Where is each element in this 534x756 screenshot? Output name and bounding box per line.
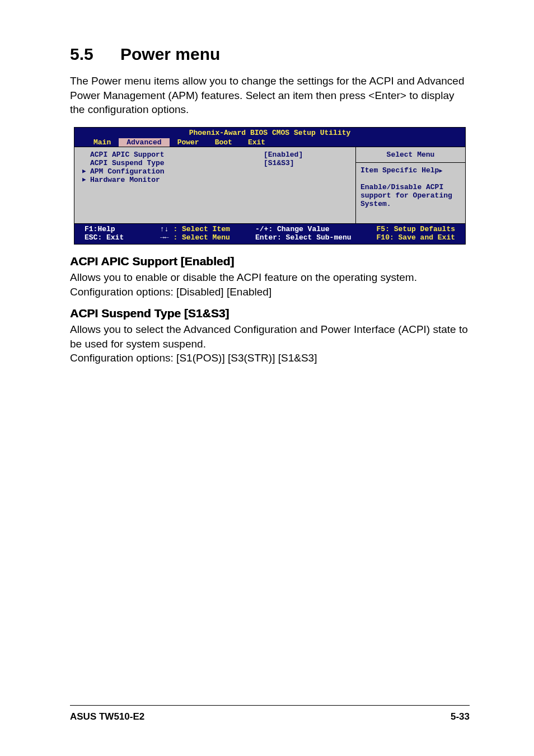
subheading-acpi-suspend: ACPI Suspend Type [S1&S3] [70, 307, 470, 320]
footer-product: ASUS TW510-E2 [70, 711, 144, 722]
tab-exit[interactable]: Exit [240, 138, 273, 147]
footer-page-number: 5-33 [451, 711, 470, 722]
subheading-acpi-apic: ACPI APIC Support [Enabled] [70, 255, 470, 268]
footer-f10: F10: Save and Exit [357, 233, 455, 242]
footer-f5: F5: Setup Defaults [357, 225, 455, 233]
footer-select-item: : Select Item [169, 225, 230, 233]
body-acpi-apic: Allows you to enable or disable the ACPI… [70, 270, 470, 299]
bios-item[interactable]: ACPI Suspend Type [S1&S3] [82, 159, 348, 167]
tab-main[interactable]: Main [86, 138, 119, 147]
tab-boot[interactable]: Boot [207, 138, 240, 147]
section-title: 5.5Power menu [70, 45, 470, 64]
bios-screenshot: Phoenix-Award BIOS CMOS Setup Utility Ma… [74, 127, 466, 245]
footer-select-menu: : Select Menu [169, 233, 230, 242]
bios-item-label: Hardware Monitor [90, 176, 264, 184]
submenu-icon [82, 151, 90, 159]
bios-item-label: ACPI APIC Support [90, 151, 264, 159]
bios-menu-list: ACPI APIC Support [Enabled] ACPI Suspend… [74, 147, 356, 223]
bios-help-pane: Select Menu Item Specific Help▶ Enable/D… [356, 147, 465, 223]
bios-item-label: ACPI Suspend Type [90, 159, 264, 167]
bios-title: Phoenix-Award BIOS CMOS Setup Utility [74, 128, 465, 138]
bios-tab-bar: Main Advanced Power Boot Exit [74, 138, 465, 147]
section-number: 5.5 [70, 45, 120, 64]
bios-help-header: Select Menu [356, 147, 465, 163]
bios-item[interactable]: ▶ APM Configuration [82, 167, 348, 176]
bios-help-body: Enable/Disable ACPI support for Operatin… [360, 183, 461, 208]
footer-change-value: -/+: Change Value [255, 225, 357, 233]
tab-power[interactable]: Power [170, 138, 207, 147]
bios-item-value: [S1&S3] [264, 159, 348, 167]
bios-footer: F1:Help ESC: Exit ↑↓ : Select Item →← : … [74, 224, 465, 244]
bios-item-label: APM Configuration [90, 167, 264, 176]
bios-item-value [264, 176, 348, 184]
submenu-icon: ▶ [82, 167, 90, 176]
bios-item[interactable]: ACPI APIC Support [Enabled] [82, 151, 348, 159]
bios-item-value: [Enabled] [264, 151, 348, 159]
submenu-icon: ▶ [82, 176, 90, 184]
bios-item-value [264, 167, 348, 176]
section-name: Power menu [120, 45, 220, 63]
footer-f1: F1:Help [85, 225, 160, 233]
body-acpi-suspend: Allows you to select the Advanced Config… [70, 322, 470, 365]
page-footer: ASUS TW510-E2 5-33 [0, 705, 534, 722]
pointer-icon: ▶ [439, 168, 442, 174]
bios-help-line: Item Specific Help▶ [360, 166, 461, 175]
footer-esc: ESC: Exit [85, 233, 160, 242]
tab-advanced[interactable]: Advanced [119, 138, 169, 147]
bios-item[interactable]: ▶ Hardware Monitor [82, 176, 348, 184]
leftright-icon: →← [160, 233, 169, 242]
updown-icon: ↑↓ [160, 225, 169, 233]
submenu-icon [82, 159, 90, 167]
intro-paragraph: The Power menu items allow you to change… [70, 74, 470, 117]
footer-enter: Enter: Select Sub-menu [255, 233, 357, 242]
